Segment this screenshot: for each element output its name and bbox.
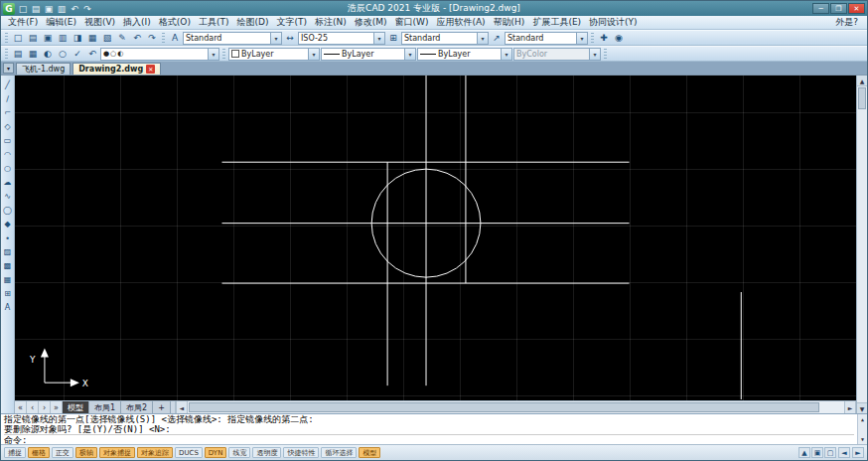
lineweight-toggle[interactable]: 线宽: [228, 447, 250, 458]
scroll-up-icon[interactable]: ▲: [861, 414, 864, 424]
ducs-toggle[interactable]: DUCS: [175, 447, 203, 458]
command-input[interactable]: 命令:: [4, 434, 854, 444]
chevron-down-icon[interactable]: ▾: [373, 33, 384, 44]
redo-icon[interactable]: ↷: [145, 32, 159, 45]
linetype-dropdown[interactable]: ByLayer ▾: [321, 48, 416, 61]
menu-item[interactable]: 视图(V): [80, 16, 119, 29]
layout-tab-model[interactable]: 模型: [63, 401, 89, 413]
table-style-dropdown[interactable]: Standard ▾: [401, 32, 489, 45]
annotation-scale-icon[interactable]: ▲: [798, 447, 810, 458]
lineweight-dropdown[interactable]: ByLayer ▾: [417, 48, 512, 61]
pan-icon[interactable]: ✚: [597, 32, 611, 45]
command-scrollbar[interactable]: ▲ ▼: [857, 414, 867, 444]
chevron-down-icon[interactable]: ▾: [404, 49, 415, 60]
line-icon[interactable]: ╱: [2, 78, 14, 90]
layer-states-icon[interactable]: ▦: [26, 48, 40, 61]
status-scroll-right-icon[interactable]: ►: [852, 447, 864, 458]
spline-icon[interactable]: ∿: [2, 190, 14, 202]
table-style-icon[interactable]: ⊞: [386, 32, 400, 45]
save-icon[interactable]: ▣: [43, 2, 55, 15]
scroll-down-icon[interactable]: ▼: [861, 434, 864, 444]
vertical-scroll-track[interactable]: [857, 110, 867, 402]
polyline-icon[interactable]: ⌐: [2, 106, 14, 118]
menu-item[interactable]: 格式(O): [155, 16, 195, 29]
workspace-switch-icon[interactable]: ▣: [811, 447, 823, 458]
color-dropdown[interactable]: ByLayer ▾: [228, 48, 320, 61]
scroll-left-icon[interactable]: ◄: [176, 401, 188, 413]
chevron-down-icon[interactable]: ▾: [270, 33, 281, 44]
chevron-down-icon[interactable]: ▾: [477, 33, 488, 44]
zoom-realtime-icon[interactable]: ◉: [612, 32, 626, 45]
mleader-style-icon[interactable]: ↗: [490, 32, 504, 45]
copy-icon[interactable]: ▦: [85, 32, 99, 45]
ortho-toggle[interactable]: 正交: [52, 447, 73, 458]
circle-icon[interactable]: ○: [2, 162, 14, 174]
menu-item[interactable]: 协同设计(Y): [585, 16, 642, 29]
prev-layout-button[interactable]: ‹: [27, 401, 39, 413]
redo-icon[interactable]: ↷: [81, 2, 93, 15]
drawing-canvas[interactable]: Y X: [15, 76, 856, 400]
open-file-icon[interactable]: ▤: [26, 32, 40, 45]
ellipse-icon[interactable]: ◯: [2, 204, 14, 216]
horizontal-scrollbar[interactable]: ◄ ►: [175, 401, 856, 413]
revcloud-icon[interactable]: ☁: [2, 176, 14, 188]
layout-tab-layout1[interactable]: 布局1: [89, 401, 121, 413]
model-toggle[interactable]: 模型: [359, 447, 380, 458]
layer-off-icon[interactable]: ○: [56, 48, 70, 61]
toolbar-grip[interactable]: [591, 33, 594, 44]
dim-style-icon[interactable]: ↔: [283, 32, 297, 45]
construction-line-icon[interactable]: ∕: [2, 92, 14, 104]
scroll-up-icon[interactable]: ▲: [857, 76, 867, 86]
close-button[interactable]: ✕: [848, 3, 865, 14]
status-scroll-left-icon[interactable]: ◄: [838, 447, 850, 458]
text-icon[interactable]: A: [2, 301, 14, 313]
menu-item[interactable]: 帮助(H): [490, 16, 529, 29]
point-icon[interactable]: ∙: [2, 231, 14, 243]
gradient-icon[interactable]: ▩: [2, 259, 14, 271]
transparency-toggle[interactable]: 透明度: [252, 447, 281, 458]
new-file-icon[interactable]: □: [11, 32, 25, 45]
scroll-right-icon[interactable]: ►: [844, 401, 856, 413]
snap-toggle[interactable]: 捕捉: [4, 447, 26, 458]
dim-style-dropdown[interactable]: ISO-25 ▾: [298, 32, 385, 45]
doc-tab-feiji-1[interactable]: 飞机-1.dwg: [16, 63, 71, 75]
menu-item[interactable]: 窗口(W): [390, 16, 432, 29]
toolbar-grip[interactable]: [162, 33, 165, 44]
toolbar-grip[interactable]: [604, 49, 607, 60]
arc-icon[interactable]: ◠: [2, 148, 14, 160]
next-layout-button[interactable]: ›: [39, 401, 51, 413]
doc-tab-drawing2[interactable]: Drawing2.dwg ✕: [72, 63, 161, 75]
toolbar-grip[interactable]: [5, 49, 8, 60]
horizontal-scroll-thumb[interactable]: [189, 402, 819, 412]
chevron-down-icon[interactable]: ▾: [576, 33, 587, 44]
first-layout-button[interactable]: «: [15, 401, 27, 413]
scroll-down-icon[interactable]: ▼: [857, 402, 867, 413]
new-file-icon[interactable]: □: [17, 2, 29, 15]
insert-block-icon[interactable]: ◆: [2, 218, 14, 230]
make-current-icon[interactable]: ✓: [71, 48, 84, 61]
menu-item[interactable]: 文字(T): [272, 16, 311, 29]
plot-icon[interactable]: ▥: [56, 2, 68, 15]
menu-item[interactable]: 工具(T): [195, 16, 233, 29]
region-icon[interactable]: ▦: [2, 273, 14, 285]
rectangle-icon[interactable]: ▭: [2, 134, 14, 146]
save-icon[interactable]: ▣: [41, 32, 55, 45]
fullscreen-icon[interactable]: ▢: [824, 447, 836, 458]
polygon-icon[interactable]: ◇: [2, 120, 14, 132]
mleader-style-dropdown[interactable]: Standard ▾: [505, 32, 588, 45]
match-properties-icon[interactable]: ✎: [115, 32, 129, 45]
otrack-toggle[interactable]: 对象追踪: [137, 447, 173, 458]
layer-isolate-icon[interactable]: ◐: [41, 48, 55, 61]
maximize-button[interactable]: ❐: [830, 3, 847, 14]
text-style-icon[interactable]: A: [168, 32, 182, 45]
menu-right-text[interactable]: 外是?: [829, 16, 864, 29]
tab-list-icon[interactable]: ▾: [3, 63, 14, 74]
layer-properties-icon[interactable]: ▤: [11, 48, 25, 61]
menu-item[interactable]: 文件(F): [4, 16, 42, 29]
last-layout-button[interactable]: »: [51, 401, 63, 413]
menu-item[interactable]: 修改(M): [351, 16, 391, 29]
layout-tab-layout2[interactable]: 布局2: [121, 401, 153, 413]
toolbar-grip[interactable]: [5, 33, 8, 44]
selection-cycling-toggle[interactable]: 循环选择: [321, 447, 357, 458]
layer-dropdown[interactable]: ●○◐ ▾: [100, 48, 219, 61]
